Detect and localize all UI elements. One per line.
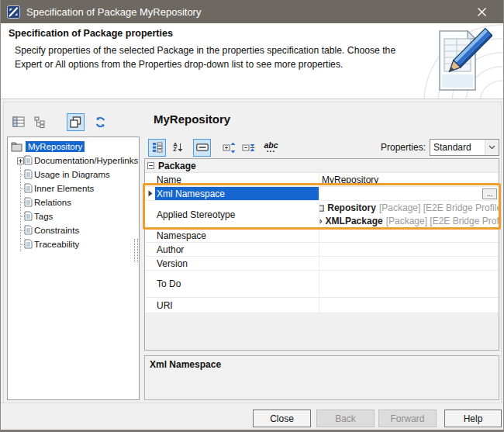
expand-plus-icon[interactable] [17,157,24,164]
properties-view-icon [12,116,25,127]
refresh-button[interactable] [91,113,109,131]
panel-splitter-handle[interactable] [134,239,138,262]
tree-item-label: Inner Elements [34,184,94,193]
description-area-icon [196,143,209,151]
back-button: Back [316,410,375,427]
property-name: URI [155,298,319,313]
tree-node-relations[interactable]: Relations [8,195,139,209]
property-value[interactable] [319,257,499,270]
tree-node-documentation[interactable]: Documentation/Hyperlinks [8,154,139,168]
guillemet-icon: «» [319,216,323,226]
close-icon [477,7,487,17]
tree-node-tags[interactable]: Tags [8,209,139,223]
property-name: Version [155,257,319,270]
magicdraw-app-icon [7,5,20,19]
property-value[interactable]: Repository [Package] [E2E Bridge Profile… [319,201,499,228]
forward-button: Forward [378,410,437,427]
tree-node-constraints[interactable]: Constraints [8,223,139,237]
property-value[interactable] [319,229,499,242]
header-title: Specification of Package properties [9,28,173,39]
sidebar-toolbar [9,112,109,131]
property-row-applied-stereotype[interactable]: Applied Stereotype Repository [Package] … [145,201,499,229]
stack-view-button[interactable] [67,113,85,131]
expand-nodes-button[interactable] [220,139,238,157]
tree-node-traceability[interactable]: Traceability [8,237,139,251]
property-row-author[interactable]: Author [145,243,499,257]
group-header-package[interactable]: Package [145,159,499,173]
alphabetical-sort-button[interactable]: AZ [169,139,187,157]
document-page-icon [24,197,33,207]
help-button[interactable]: Help [444,410,502,427]
dialog-header: Specification of Package properties Spec… [1,23,503,99]
dialog-footer: Close Back Forward Help [1,403,503,430]
property-row-uri[interactable]: URI [145,298,499,313]
tree-item-label: Traceability [34,240,79,249]
close-dialog-button[interactable]: Close [253,410,311,427]
categorized-view-icon [152,142,163,153]
document-page-icon [24,211,33,221]
property-name: Applied Stereotype [155,201,319,228]
group-label: Package [158,161,196,171]
property-value[interactable] [319,271,499,297]
specification-tree: MyRepository Documentation/Hyperlinks Us… [7,137,140,400]
tree-node-inner-elements[interactable]: Inner Elements [8,181,139,195]
properties-view-button[interactable] [9,113,27,131]
refresh-icon [95,116,106,128]
document-page-icon [24,239,33,249]
tree-node-usage-in-diagrams[interactable]: Usage in Diagrams [8,168,139,181]
window-title: Specification of Package MyRepository [26,6,466,18]
document-page-icon [24,225,33,235]
document-page-icon [24,169,33,179]
document-page-icon [24,155,33,165]
tree-item-label: Usage in Diagrams [34,170,110,179]
property-name: Author [155,243,319,256]
collapse-minus-icon[interactable] [147,162,154,169]
property-row-namespace[interactable]: Namespace [145,229,499,243]
stereotype-entry[interactable]: «» XMLPackage [Package] [E2E Bridge Prof… [319,215,499,229]
description-title: Xml Namespace [150,359,494,370]
tree-item-label: Relations [34,198,71,207]
selected-row-marker-icon [148,190,153,197]
property-name: Name [155,173,319,186]
property-name: To Do [155,271,319,297]
tree-view-button[interactable] [31,113,49,131]
close-button[interactable] [466,0,497,23]
property-value[interactable] [319,298,499,313]
collapse-nodes-icon [242,142,255,154]
stereotype-name: XMLPackage [326,216,383,226]
abc-edit-icon: abc ... [264,142,278,153]
properties-mode-value: Standard [430,142,485,153]
tree-item-label: Documentation/Hyperlinks [34,156,138,165]
title-bar[interactable]: Specification of Package MyRepository [1,0,503,23]
stereotype-meta: [Package] [E2E Bridge Profile:: [379,202,499,213]
document-page-icon [24,183,33,193]
property-row-todo[interactable]: To Do [145,271,499,298]
property-value[interactable]: ... [319,187,499,200]
show-description-button[interactable] [193,139,211,157]
property-name: Namespace [155,229,319,242]
tree-item-label: Constraints [34,226,79,235]
property-row-version[interactable]: Version [145,257,499,271]
tree-item-label: Tags [34,212,53,221]
collapse-nodes-button[interactable] [240,139,257,157]
properties-toolbar: AZ abc [148,138,280,157]
element-name-title: MyRepository [154,112,230,126]
stack-view-icon [70,116,81,128]
property-name: Xml Namespace [155,187,319,200]
stereotype-name: Repository [327,202,376,213]
containment-tree-icon [34,116,47,128]
categorized-view-button[interactable] [148,139,166,157]
properties-mode-dropdown[interactable]: Standard [430,139,499,156]
table-empty-area [145,313,499,350]
property-value[interactable] [319,243,499,256]
stereotype-entry[interactable]: Repository [Package] [E2E Bridge Profile… [319,201,499,215]
dropdown-button[interactable] [485,140,499,155]
tree-node-root[interactable]: MyRepository [8,140,139,154]
property-row-name[interactable]: Name MyRepository [145,173,499,187]
open-editor-button[interactable]: ... [482,188,497,199]
property-row-xml-namespace[interactable]: Xml Namespace ... [145,187,499,201]
property-value[interactable]: MyRepository [319,173,499,186]
edit-text-button[interactable]: abc ... [262,139,280,157]
stereotype-meta: [Package] [E2E Bridge Profile [386,216,499,226]
package-folder-icon [11,142,22,152]
